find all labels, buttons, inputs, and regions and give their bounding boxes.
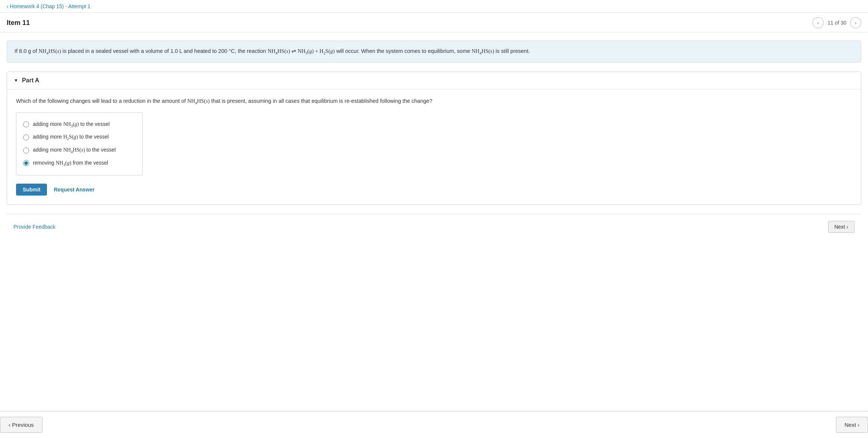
option-4-label[interactable]: removing NH3(g) from the vessel (33, 160, 108, 167)
bottom-actions-bar: Provide Feedback Next › (7, 214, 861, 239)
option-4[interactable]: removing NH3(g) from the vessel (23, 157, 136, 170)
part-a-label: Part A (22, 77, 40, 84)
option-1[interactable]: adding more NH3(g) to the vessel (23, 118, 136, 131)
breadcrumb-link[interactable]: ‹ Homework 4 (Chap 15) - Attempt 1 (7, 3, 91, 9)
option-3-label[interactable]: adding more NH4HS(s) to the vessel (33, 147, 116, 154)
provide-feedback-link[interactable]: Provide Feedback (13, 224, 56, 230)
part-a-header: ▼ Part A (7, 72, 861, 89)
next-nav-button[interactable]: › (850, 17, 861, 28)
part-a-section: ▼ Part A Which of the following changes … (7, 72, 861, 204)
compound1: NH4HS(s) (39, 48, 61, 54)
part-a-body: Which of the following changes will lead… (7, 89, 861, 204)
next-button-bottom[interactable]: Next › (828, 221, 855, 233)
next-button-bottom-label: Next › (834, 224, 848, 230)
prev-nav-button[interactable]: ‹ (812, 17, 824, 28)
option-4-radio[interactable] (23, 160, 29, 166)
breadcrumb-bar: ‹ Homework 4 (Chap 15) - Attempt 1 (0, 0, 868, 13)
submit-button[interactable]: Submit (16, 184, 47, 196)
request-answer-link[interactable]: Request Answer (54, 187, 94, 193)
option-1-label[interactable]: adding more NH3(g) to the vessel (33, 121, 110, 128)
item-title: Item 11 (7, 19, 30, 27)
info-text: If 8.0 g of NH4HS(s) is placed in a seal… (15, 48, 530, 54)
info-box: If 8.0 g of NH4HS(s) is placed in a seal… (7, 41, 861, 63)
reaction-equation: NH4HS(s) ⇌ NH3(g) + H2S(g) (268, 48, 335, 54)
main-content: If 8.0 g of NH4HS(s) is placed in a seal… (0, 32, 868, 277)
option-2-label[interactable]: adding more H2S(g) to the vessel (33, 134, 109, 141)
pagination-text: 11 of 30 (827, 20, 846, 26)
page-bottom-padding (7, 239, 861, 269)
options-box: adding more NH3(g) to the vessel adding … (16, 112, 143, 175)
option-1-radio[interactable] (23, 121, 29, 127)
question-text: Which of the following changes will lead… (16, 97, 852, 106)
header-row: Item 11 ‹ 11 of 30 › (0, 13, 868, 32)
compound2: NH4HS(s) (472, 48, 494, 54)
nav-controls: ‹ 11 of 30 › (812, 17, 861, 28)
option-2[interactable]: adding more H2S(g) to the vessel (23, 131, 136, 144)
question-compound: NH4HS(s) (187, 98, 209, 104)
option-3[interactable]: adding more NH4HS(s) to the vessel (23, 144, 136, 157)
option-3-radio[interactable] (23, 147, 29, 153)
collapse-arrow-icon: ▼ (14, 78, 18, 83)
buttons-row: Submit Request Answer (16, 184, 852, 196)
option-2-radio[interactable] (23, 134, 29, 140)
